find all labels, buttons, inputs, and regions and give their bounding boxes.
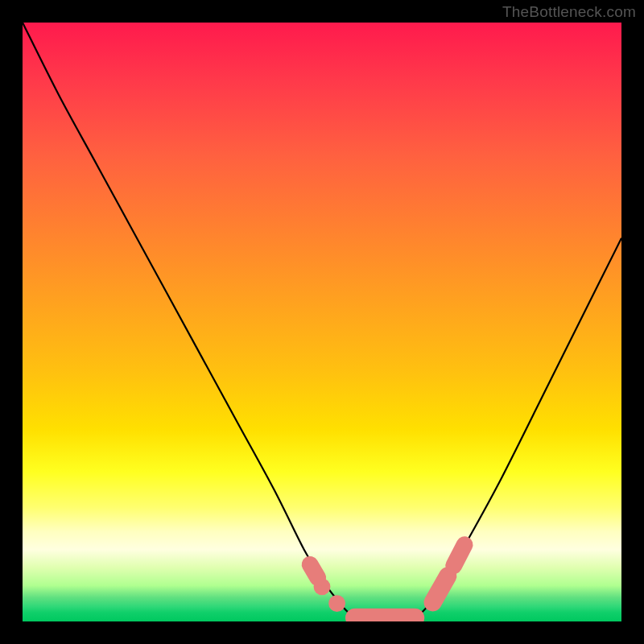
watermark-text: TheBottleneck.com (502, 3, 636, 21)
curve-path (23, 23, 621, 621)
marker-pill (454, 545, 464, 566)
plot-area (23, 23, 621, 621)
chart-container: TheBottleneck.com (0, 0, 644, 644)
marker-pill (310, 564, 318, 577)
markers-group (310, 545, 464, 618)
marker-dot (328, 595, 345, 612)
marker-pill (433, 576, 448, 602)
chart-svg (23, 23, 621, 621)
